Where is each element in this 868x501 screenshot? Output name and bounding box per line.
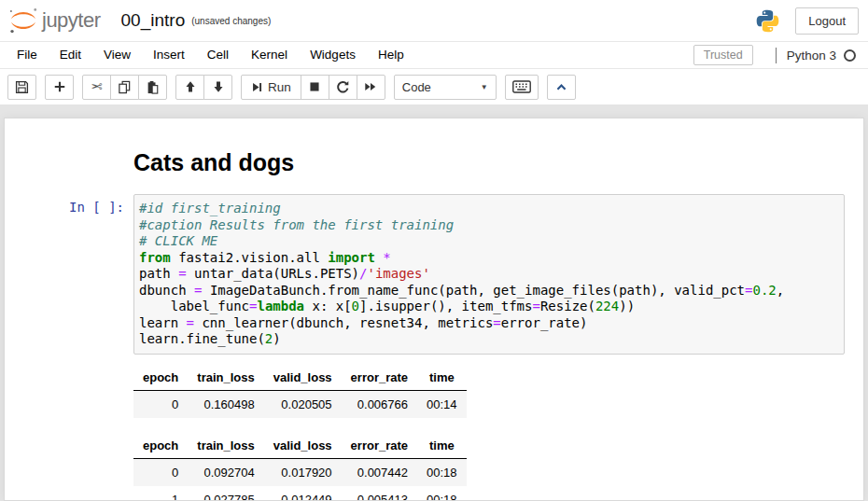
table-cell: 0.012449 [264, 486, 342, 501]
chevron-down-icon: ▼ [481, 83, 488, 91]
menu-cell[interactable]: Cell [196, 42, 240, 68]
cut-cells-button[interactable]: ✂ [82, 75, 111, 100]
move-cell-up-button[interactable] [175, 75, 204, 100]
notebook-name[interactable]: 00_intro [121, 10, 186, 31]
code-token-number: 0 [352, 299, 359, 313]
code-token-plain: )) [619, 299, 635, 313]
table-cell: 0 [133, 458, 188, 486]
table-cell: 0 [133, 390, 188, 418]
command-palette-button[interactable] [505, 75, 539, 100]
code-input-area[interactable]: #id first_training#caption Results from … [133, 194, 845, 355]
output-area: epochtrain_lossvalid_losserror_ratetime0… [133, 355, 863, 501]
training-output-1: epochtrain_lossvalid_losserror_ratetime0… [133, 366, 863, 418]
table-cell: 0.027785 [188, 486, 263, 501]
code-token-plain: ImageDataBunch.from_name_func(path, get_… [202, 283, 745, 298]
table-cell: 0.017920 [264, 458, 342, 486]
code-line[interactable]: #id first_training [139, 201, 839, 217]
paste-icon [146, 80, 160, 94]
restart-run-all-button[interactable] [357, 75, 385, 100]
notebook-page: Cats and dogs In [ ]: #id first_training… [4, 118, 864, 501]
code-token-operator: * [383, 250, 390, 265]
kernel-idle-indicator-icon [844, 49, 856, 62]
arrow-up-icon [184, 80, 197, 93]
column-header: time [417, 366, 467, 391]
code-token-keyword: from [139, 250, 171, 265]
column-header: epoch [133, 434, 188, 459]
column-header: time [417, 434, 467, 459]
menu-help[interactable]: Help [367, 42, 415, 68]
menu-insert[interactable]: Insert [142, 42, 196, 68]
arrow-down-icon [212, 80, 225, 93]
paste-cells-button[interactable] [138, 75, 167, 100]
table-cell: 00:14 [417, 390, 467, 418]
move-cell-down-button[interactable] [203, 75, 232, 100]
menu-file[interactable]: File [6, 42, 49, 68]
code-token-plain: ].isupper(), item_tfms [359, 299, 532, 313]
code-token-string: 'images' [367, 266, 429, 281]
restart-kernel-button[interactable] [329, 75, 357, 100]
column-header: valid_loss [264, 434, 342, 459]
code-line[interactable]: learn.fine_tune(2) [139, 331, 839, 348]
code-token-number: 0.2 [752, 283, 776, 298]
code-token-plain: error_rate) [501, 315, 588, 330]
code-line[interactable]: path = untar_data(URLs.PETS)/'images' [139, 266, 839, 283]
stop-icon [308, 80, 321, 93]
code-token-plain: learn [139, 315, 187, 330]
jupyter-notebook-app: jupyter 00_intro (unsaved changes) Logou… [0, 0, 868, 501]
code-line[interactable]: from fastai2.vision.all import * [139, 250, 839, 267]
code-line[interactable]: label_func=lambda x: x[0].isupper(), ite… [139, 299, 839, 315]
insert-cell-below-button[interactable] [45, 75, 74, 100]
table-cell: 0.160498 [188, 390, 263, 418]
python-logo-icon [755, 8, 780, 34]
code-token-operator: = [178, 266, 186, 281]
code-line[interactable]: dbunch = ImageDataBunch.from_name_func(p… [139, 283, 839, 299]
training-results-table: epochtrain_lossvalid_losserror_ratetime0… [133, 366, 467, 418]
step-forward-icon [251, 81, 263, 93]
table-cell: 0.005413 [342, 486, 417, 501]
keyboard-icon [512, 80, 531, 93]
code-token-plain: dbunch [139, 283, 194, 298]
copy-icon [118, 80, 132, 94]
column-header: train_loss [188, 434, 263, 459]
logout-button[interactable]: Logout [795, 7, 859, 35]
jupyter-logo-text: jupyter [42, 8, 101, 33]
code-token-comment: #id first_training [139, 201, 281, 216]
code-token-plain: x: x[ [304, 299, 352, 313]
kernel-divider [776, 48, 777, 63]
code-line[interactable]: # CLICK ME [139, 233, 839, 250]
menu-kernel[interactable]: Kernel [240, 42, 299, 68]
markdown-prompt [5, 149, 133, 176]
code-token-plain: , [777, 283, 784, 298]
column-header: train_loss [188, 366, 263, 391]
menu-widgets[interactable]: Widgets [299, 42, 367, 68]
chevron-up-icon [554, 81, 568, 93]
copy-cells-button[interactable] [110, 75, 139, 100]
code-line[interactable]: #caption Results from the first training [139, 217, 839, 234]
menu-view[interactable]: View [92, 42, 142, 68]
code-token-keyword: lambda [257, 299, 304, 313]
jupyter-logo[interactable]: jupyter [7, 7, 101, 35]
notebook-header: jupyter 00_intro (unsaved changes) Logou… [0, 0, 868, 41]
code-token-keyword: import [328, 250, 375, 265]
run-cell-button[interactable]: Run [241, 75, 301, 100]
interrupt-kernel-button[interactable] [301, 75, 329, 100]
code-cell: In [ ]: #id first_training#caption Resul… [5, 194, 863, 355]
save-icon [15, 80, 29, 94]
checkpoint-status: (unsaved changes) [191, 16, 271, 26]
scroll-up-button[interactable] [547, 75, 576, 100]
markdown-cell[interactable]: Cats and dogs [5, 149, 863, 176]
code-token-plain: fastai2.vision.all [171, 250, 329, 265]
code-token-plain: path [139, 266, 178, 281]
table-row: 00.1604980.0205050.00676600:14 [133, 390, 467, 418]
section-heading: Cats and dogs [133, 149, 294, 176]
code-line[interactable]: learn = cnn_learner(dbunch, resnet34, me… [139, 315, 839, 332]
save-button[interactable] [7, 75, 36, 100]
code-token-plain: ) [273, 331, 280, 346]
table-cell: 0.006766 [342, 390, 417, 418]
menu-edit[interactable]: Edit [49, 42, 92, 68]
cell-type-dropdown[interactable]: Code ▼ [394, 75, 497, 100]
jupyter-logo-icon [7, 7, 39, 35]
training-output-2: epochtrain_lossvalid_losserror_ratetime0… [133, 434, 863, 501]
training-results-table: epochtrain_lossvalid_losserror_ratetime0… [133, 434, 467, 501]
trusted-badge[interactable]: Trusted [693, 45, 753, 65]
